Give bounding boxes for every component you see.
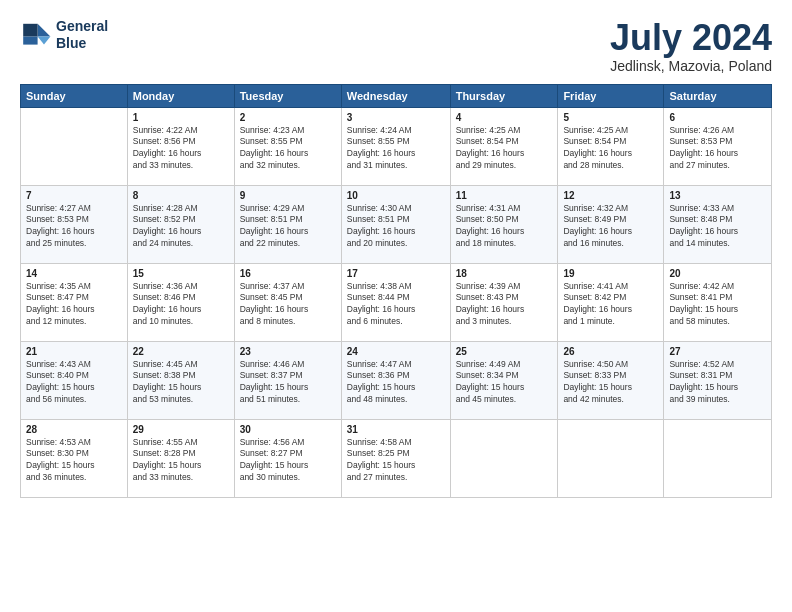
calendar-cell: 16Sunrise: 4:37 AM Sunset: 8:45 PM Dayli… <box>234 263 341 341</box>
day-detail: Sunrise: 4:31 AM Sunset: 8:50 PM Dayligh… <box>456 203 553 251</box>
logo-icon <box>20 19 52 51</box>
day-detail: Sunrise: 4:25 AM Sunset: 8:54 PM Dayligh… <box>563 125 658 173</box>
day-number: 18 <box>456 268 553 279</box>
svg-rect-2 <box>23 24 37 37</box>
calendar-cell: 13Sunrise: 4:33 AM Sunset: 8:48 PM Dayli… <box>664 185 772 263</box>
day-number: 12 <box>563 190 658 201</box>
day-detail: Sunrise: 4:39 AM Sunset: 8:43 PM Dayligh… <box>456 281 553 329</box>
calendar-cell <box>21 107 128 185</box>
day-number: 8 <box>133 190 229 201</box>
day-detail: Sunrise: 4:32 AM Sunset: 8:49 PM Dayligh… <box>563 203 658 251</box>
calendar-cell: 20Sunrise: 4:42 AM Sunset: 8:41 PM Dayli… <box>664 263 772 341</box>
day-number: 28 <box>26 424 122 435</box>
day-detail: Sunrise: 4:35 AM Sunset: 8:47 PM Dayligh… <box>26 281 122 329</box>
day-detail: Sunrise: 4:56 AM Sunset: 8:27 PM Dayligh… <box>240 437 336 485</box>
location-subtitle: Jedlinsk, Mazovia, Poland <box>610 58 772 74</box>
calendar-cell: 4Sunrise: 4:25 AM Sunset: 8:54 PM Daylig… <box>450 107 558 185</box>
calendar-cell: 21Sunrise: 4:43 AM Sunset: 8:40 PM Dayli… <box>21 341 128 419</box>
day-number: 24 <box>347 346 445 357</box>
day-detail: Sunrise: 4:23 AM Sunset: 8:55 PM Dayligh… <box>240 125 336 173</box>
col-friday: Friday <box>558 84 664 107</box>
day-number: 21 <box>26 346 122 357</box>
day-detail: Sunrise: 4:29 AM Sunset: 8:51 PM Dayligh… <box>240 203 336 251</box>
calendar-row-5: 28Sunrise: 4:53 AM Sunset: 8:30 PM Dayli… <box>21 419 772 497</box>
day-number: 23 <box>240 346 336 357</box>
calendar-cell: 7Sunrise: 4:27 AM Sunset: 8:53 PM Daylig… <box>21 185 128 263</box>
calendar-cell: 26Sunrise: 4:50 AM Sunset: 8:33 PM Dayli… <box>558 341 664 419</box>
day-number: 14 <box>26 268 122 279</box>
day-number: 1 <box>133 112 229 123</box>
day-number: 5 <box>563 112 658 123</box>
calendar-cell: 22Sunrise: 4:45 AM Sunset: 8:38 PM Dayli… <box>127 341 234 419</box>
calendar-cell: 30Sunrise: 4:56 AM Sunset: 8:27 PM Dayli… <box>234 419 341 497</box>
calendar-row-3: 14Sunrise: 4:35 AM Sunset: 8:47 PM Dayli… <box>21 263 772 341</box>
day-detail: Sunrise: 4:50 AM Sunset: 8:33 PM Dayligh… <box>563 359 658 407</box>
month-title: July 2024 <box>610 18 772 58</box>
logo-blue: Blue <box>56 35 108 52</box>
day-detail: Sunrise: 4:28 AM Sunset: 8:52 PM Dayligh… <box>133 203 229 251</box>
day-detail: Sunrise: 4:46 AM Sunset: 8:37 PM Dayligh… <box>240 359 336 407</box>
day-detail: Sunrise: 4:26 AM Sunset: 8:53 PM Dayligh… <box>669 125 766 173</box>
calendar-cell: 6Sunrise: 4:26 AM Sunset: 8:53 PM Daylig… <box>664 107 772 185</box>
header-row: Sunday Monday Tuesday Wednesday Thursday… <box>21 84 772 107</box>
calendar-row-2: 7Sunrise: 4:27 AM Sunset: 8:53 PM Daylig… <box>21 185 772 263</box>
calendar-cell: 12Sunrise: 4:32 AM Sunset: 8:49 PM Dayli… <box>558 185 664 263</box>
day-number: 10 <box>347 190 445 201</box>
day-number: 3 <box>347 112 445 123</box>
day-number: 4 <box>456 112 553 123</box>
calendar-cell: 27Sunrise: 4:52 AM Sunset: 8:31 PM Dayli… <box>664 341 772 419</box>
calendar-cell: 10Sunrise: 4:30 AM Sunset: 8:51 PM Dayli… <box>341 185 450 263</box>
col-tuesday: Tuesday <box>234 84 341 107</box>
day-detail: Sunrise: 4:36 AM Sunset: 8:46 PM Dayligh… <box>133 281 229 329</box>
day-number: 7 <box>26 190 122 201</box>
day-number: 29 <box>133 424 229 435</box>
col-wednesday: Wednesday <box>341 84 450 107</box>
day-detail: Sunrise: 4:30 AM Sunset: 8:51 PM Dayligh… <box>347 203 445 251</box>
svg-rect-3 <box>23 36 37 44</box>
calendar-cell: 14Sunrise: 4:35 AM Sunset: 8:47 PM Dayli… <box>21 263 128 341</box>
calendar-cell: 31Sunrise: 4:58 AM Sunset: 8:25 PM Dayli… <box>341 419 450 497</box>
calendar-table: Sunday Monday Tuesday Wednesday Thursday… <box>20 84 772 498</box>
day-number: 20 <box>669 268 766 279</box>
svg-marker-1 <box>38 36 51 44</box>
day-number: 27 <box>669 346 766 357</box>
day-number: 15 <box>133 268 229 279</box>
day-detail: Sunrise: 4:22 AM Sunset: 8:56 PM Dayligh… <box>133 125 229 173</box>
calendar-cell: 8Sunrise: 4:28 AM Sunset: 8:52 PM Daylig… <box>127 185 234 263</box>
calendar-cell: 29Sunrise: 4:55 AM Sunset: 8:28 PM Dayli… <box>127 419 234 497</box>
day-number: 30 <box>240 424 336 435</box>
header: General Blue July 2024 Jedlinsk, Mazovia… <box>20 18 772 74</box>
day-number: 9 <box>240 190 336 201</box>
day-number: 25 <box>456 346 553 357</box>
day-number: 13 <box>669 190 766 201</box>
day-detail: Sunrise: 4:53 AM Sunset: 8:30 PM Dayligh… <box>26 437 122 485</box>
calendar-cell: 11Sunrise: 4:31 AM Sunset: 8:50 PM Dayli… <box>450 185 558 263</box>
calendar-cell: 28Sunrise: 4:53 AM Sunset: 8:30 PM Dayli… <box>21 419 128 497</box>
day-detail: Sunrise: 4:43 AM Sunset: 8:40 PM Dayligh… <box>26 359 122 407</box>
calendar-cell: 23Sunrise: 4:46 AM Sunset: 8:37 PM Dayli… <box>234 341 341 419</box>
day-detail: Sunrise: 4:42 AM Sunset: 8:41 PM Dayligh… <box>669 281 766 329</box>
calendar-cell: 5Sunrise: 4:25 AM Sunset: 8:54 PM Daylig… <box>558 107 664 185</box>
day-detail: Sunrise: 4:24 AM Sunset: 8:55 PM Dayligh… <box>347 125 445 173</box>
title-block: July 2024 Jedlinsk, Mazovia, Poland <box>610 18 772 74</box>
calendar-cell <box>558 419 664 497</box>
calendar-cell: 18Sunrise: 4:39 AM Sunset: 8:43 PM Dayli… <box>450 263 558 341</box>
day-detail: Sunrise: 4:52 AM Sunset: 8:31 PM Dayligh… <box>669 359 766 407</box>
day-detail: Sunrise: 4:27 AM Sunset: 8:53 PM Dayligh… <box>26 203 122 251</box>
calendar-cell: 24Sunrise: 4:47 AM Sunset: 8:36 PM Dayli… <box>341 341 450 419</box>
calendar-cell: 25Sunrise: 4:49 AM Sunset: 8:34 PM Dayli… <box>450 341 558 419</box>
day-number: 19 <box>563 268 658 279</box>
calendar-cell <box>450 419 558 497</box>
day-detail: Sunrise: 4:58 AM Sunset: 8:25 PM Dayligh… <box>347 437 445 485</box>
day-number: 17 <box>347 268 445 279</box>
calendar-row-4: 21Sunrise: 4:43 AM Sunset: 8:40 PM Dayli… <box>21 341 772 419</box>
logo: General Blue <box>20 18 108 52</box>
col-sunday: Sunday <box>21 84 128 107</box>
day-detail: Sunrise: 4:38 AM Sunset: 8:44 PM Dayligh… <box>347 281 445 329</box>
day-number: 6 <box>669 112 766 123</box>
svg-marker-0 <box>38 24 51 37</box>
col-monday: Monday <box>127 84 234 107</box>
calendar-row-1: 1Sunrise: 4:22 AM Sunset: 8:56 PM Daylig… <box>21 107 772 185</box>
day-detail: Sunrise: 4:25 AM Sunset: 8:54 PM Dayligh… <box>456 125 553 173</box>
day-detail: Sunrise: 4:37 AM Sunset: 8:45 PM Dayligh… <box>240 281 336 329</box>
